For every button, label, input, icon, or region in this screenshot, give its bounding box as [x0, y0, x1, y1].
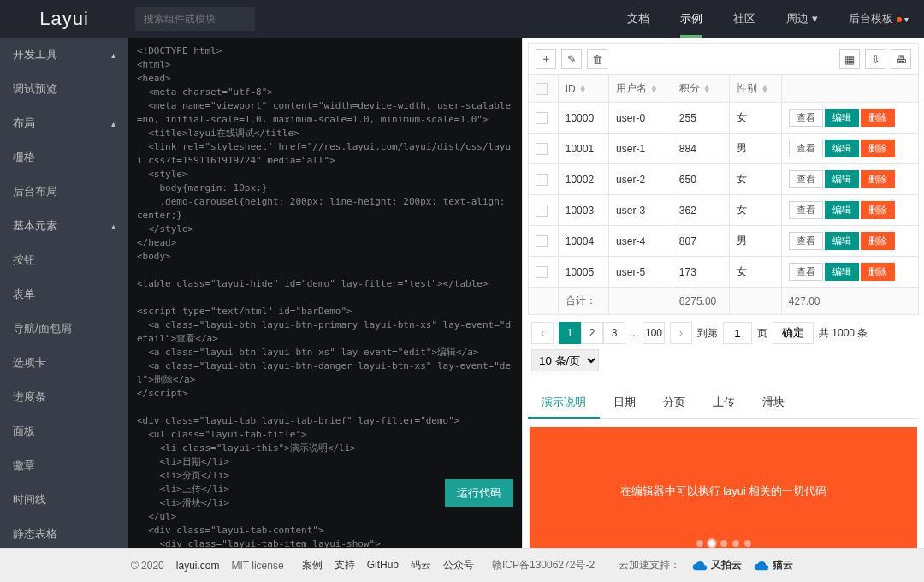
tab[interactable]: 日期: [600, 387, 649, 418]
sort-icon[interactable]: ▲▼: [650, 85, 658, 93]
view-button[interactable]: 查看: [789, 232, 823, 250]
sponsor-upyun-link[interactable]: 又拍云: [692, 558, 742, 573]
checkbox[interactable]: [536, 143, 548, 155]
sidebar-item[interactable]: 时间线: [0, 483, 128, 517]
del-button[interactable]: 删除: [861, 140, 895, 157]
sidebar-category[interactable]: 布局▴: [0, 106, 128, 140]
sidebar-item[interactable]: 栅格: [0, 140, 128, 175]
table-cell: 女: [730, 103, 781, 134]
sidebar-item[interactable]: 按钮: [0, 243, 128, 277]
table-cell: user-2: [609, 164, 672, 195]
page-prev-button[interactable]: ‹: [531, 322, 554, 344]
footer-link[interactable]: 码云: [411, 559, 431, 571]
view-button[interactable]: 查看: [789, 201, 823, 219]
toolbar-delete-button[interactable]: 🗑: [587, 49, 607, 69]
sidebar-item[interactable]: 徽章: [0, 448, 128, 483]
sort-icon[interactable]: ▲▼: [579, 85, 587, 93]
toolbar-edit-button[interactable]: ✎: [561, 49, 582, 69]
toolbar-print-button[interactable]: 🖶: [891, 49, 911, 69]
run-code-button[interactable]: 运行代码: [445, 479, 513, 507]
edit-button[interactable]: 编辑: [825, 232, 859, 250]
toolbar-columns-button[interactable]: ▦: [839, 49, 860, 69]
topnav-item[interactable]: 示例: [665, 0, 718, 38]
tab[interactable]: 上传: [699, 387, 749, 418]
checkbox[interactable]: [536, 266, 548, 278]
sidebar-category[interactable]: 开发工具▴: [0, 38, 128, 72]
view-button[interactable]: 查看: [789, 263, 823, 281]
footer-link[interactable]: 支持: [335, 559, 355, 571]
del-button[interactable]: 删除: [861, 263, 895, 281]
checkbox[interactable]: [536, 83, 548, 95]
checkbox[interactable]: [536, 235, 548, 247]
carousel[interactable]: 在编辑器中可以执行 layui 相关的一切代码: [530, 427, 917, 548]
page-number[interactable]: 1: [559, 322, 581, 344]
tab[interactable]: 分页: [649, 387, 699, 418]
view-button[interactable]: 查看: [789, 170, 823, 188]
footer-link[interactable]: 案例: [302, 559, 323, 571]
sidebar[interactable]: 开发工具▴调试预览布局▴栅格后台布局基本元素▴按钮表单导航/面包屑选项卡进度条面…: [0, 38, 128, 548]
badge-dot-icon: [897, 17, 902, 22]
table-action-cell: 查看编辑删除: [781, 134, 918, 164]
page-number[interactable]: 2: [581, 322, 603, 344]
sidebar-item[interactable]: 面板: [0, 414, 128, 448]
page-total: 共 1000 条: [819, 326, 868, 341]
checkbox[interactable]: [536, 174, 548, 186]
tab[interactable]: 演示说明: [528, 387, 600, 418]
page-number[interactable]: 3: [603, 322, 625, 344]
del-button[interactable]: 删除: [861, 201, 895, 219]
edit-button[interactable]: 编辑: [825, 201, 859, 219]
sort-icon[interactable]: ▲▼: [761, 85, 768, 93]
chevron-down-icon: ▾: [904, 15, 909, 24]
top-nav: 文档示例社区周边 ▾后台模板▾: [612, 0, 924, 38]
sidebar-item[interactable]: 进度条: [0, 380, 128, 414]
edit-button[interactable]: 编辑: [825, 140, 859, 157]
sidebar-category[interactable]: 基本元素▴: [0, 209, 128, 243]
table-row: 10004user-4807男查看编辑删除: [529, 226, 919, 257]
toolbar-export-button[interactable]: ⇩: [865, 49, 886, 69]
table-row: 10005user-5173女查看编辑删除: [529, 257, 919, 288]
preview-panel[interactable]: ＋ ✎ 🗑 ▦ ⇩ 🖶 ID▲▼用户名▲▼积分▲▼性别▲▼ 10000user-…: [522, 38, 924, 548]
page-confirm-button[interactable]: 确定: [773, 322, 814, 344]
edit-button[interactable]: 编辑: [825, 109, 859, 127]
sidebar-item[interactable]: 调试预览: [0, 72, 128, 106]
edit-button[interactable]: 编辑: [825, 170, 859, 188]
table-header-cell[interactable]: 积分▲▼: [672, 75, 730, 103]
page-next-button[interactable]: ›: [670, 322, 692, 344]
footer-site-link[interactable]: layui.com: [176, 560, 220, 572]
del-button[interactable]: 删除: [861, 109, 895, 127]
sort-icon[interactable]: ▲▼: [703, 85, 711, 93]
carousel-dots[interactable]: [696, 540, 751, 547]
sidebar-item[interactable]: 静态表格: [0, 517, 128, 548]
checkbox[interactable]: [536, 112, 548, 124]
table-header-cell[interactable]: 用户名▲▼: [609, 75, 672, 103]
code-content[interactable]: <!DOCTYPE html> <html> <head> <meta char…: [128, 38, 522, 548]
topnav-item[interactable]: 文档: [612, 0, 665, 38]
demo-tabs: 演示说明日期分页上传滑块: [528, 387, 919, 419]
view-button[interactable]: 查看: [789, 140, 823, 157]
sidebar-item[interactable]: 表单: [0, 277, 128, 312]
table-cell: 10004: [558, 226, 608, 257]
page-jump-input[interactable]: [723, 322, 752, 344]
del-button[interactable]: 删除: [861, 232, 895, 250]
search-input[interactable]: [135, 7, 255, 31]
toolbar-add-button[interactable]: ＋: [536, 49, 556, 69]
table-header-cell[interactable]: ID▲▼: [558, 75, 608, 103]
page-number[interactable]: 100: [643, 322, 665, 344]
tab[interactable]: 滑块: [749, 387, 798, 418]
checkbox[interactable]: [536, 205, 548, 217]
sponsor-maoyun-link[interactable]: 猫云: [754, 558, 793, 573]
topnav-item[interactable]: 后台模板▾: [833, 0, 924, 38]
page-size-select[interactable]: 10 条/页: [531, 349, 599, 371]
footer-link[interactable]: 公众号: [443, 559, 474, 571]
table-cell: 650: [672, 164, 730, 195]
topnav-item[interactable]: 社区: [718, 0, 771, 38]
del-button[interactable]: 删除: [861, 170, 895, 188]
edit-button[interactable]: 编辑: [825, 263, 859, 281]
topnav-item[interactable]: 周边 ▾: [771, 0, 833, 38]
view-button[interactable]: 查看: [789, 109, 823, 127]
sidebar-item[interactable]: 导航/面包屑: [0, 312, 128, 346]
table-header-cell[interactable]: 性别▲▼: [730, 75, 781, 103]
sidebar-item[interactable]: 选项卡: [0, 346, 128, 380]
sidebar-item[interactable]: 后台布局: [0, 175, 128, 209]
footer-link[interactable]: GitHub: [367, 559, 399, 571]
